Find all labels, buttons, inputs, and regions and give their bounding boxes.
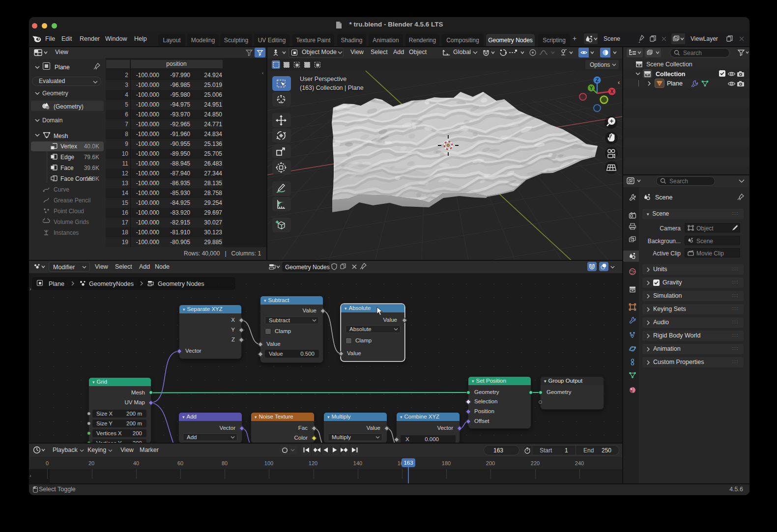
svg-text:Y: Y xyxy=(590,85,593,91)
svg-text:Z: Z xyxy=(596,78,599,83)
svg-text:X: X xyxy=(610,89,614,94)
